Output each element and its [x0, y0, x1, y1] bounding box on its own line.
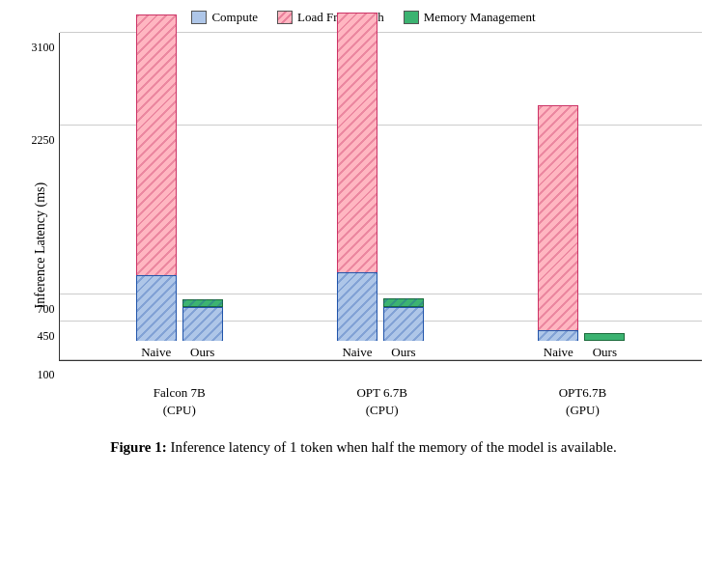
legend-label-memory: Memory Management	[424, 10, 536, 25]
bar-falcon-ours: Ours	[182, 299, 223, 360]
bar-compute-falcon-ours	[182, 307, 223, 341]
bar-label-opt-gpu-naive: Naive	[544, 345, 573, 360]
bar-stack-opt-gpu-naive	[538, 105, 578, 341]
figure-caption: Figure 1: Inference latency of 1 token w…	[110, 436, 617, 459]
x-axis-group-labels: Falcon 7B(CPU) OPT 6.7B(CPU) OPT6.7B(GPU…	[59, 384, 702, 419]
bar-group-falcon: Naive Ours	[136, 13, 223, 360]
group-label-opt-cpu: OPT 6.7B(CPU)	[356, 384, 407, 419]
plot-area: 100 450 700 2250 3100	[59, 33, 702, 361]
bar-groups: Naive Ours	[60, 33, 702, 360]
ytick-3100: 3100	[16, 41, 55, 55]
bar-group-opt-cpu: Naive Ours	[337, 13, 424, 360]
caption-label: Figure 1:	[110, 439, 166, 455]
bar-flash-falcon-naive	[136, 14, 177, 275]
bar-opt-gpu-naive: Naive	[538, 105, 578, 360]
ytick-450: 450	[16, 329, 55, 344]
bar-label-opt-cpu-ours: Ours	[391, 345, 415, 360]
bar-flash-opt-gpu-naive	[538, 105, 578, 330]
legend-color-flash	[277, 11, 293, 24]
bar-opt-cpu-ours: Ours	[383, 298, 424, 360]
bar-compute-opt-gpu-naive	[538, 330, 578, 341]
chart-area: Inference Latency (ms) 100 450 700 2250	[26, 33, 702, 419]
bar-label-opt-cpu-naive: Naive	[342, 345, 372, 360]
bar-compute-opt-cpu-naive	[337, 272, 377, 341]
group-label-falcon: Falcon 7B(CPU)	[154, 384, 206, 419]
bar-stack-opt-gpu-ours	[584, 333, 625, 342]
bar-opt-cpu-naive: Naive	[337, 13, 377, 360]
bar-label-opt-gpu-ours: Ours	[593, 345, 617, 360]
caption-text: Inference latency of 1 token when half t…	[167, 439, 617, 455]
bar-falcon-naive: Naive	[136, 13, 177, 360]
ytick-700: 700	[16, 302, 55, 317]
bar-compute-falcon-naive	[136, 275, 177, 341]
ytick-100: 100	[16, 368, 55, 382]
bar-stack-opt-cpu-ours	[383, 298, 424, 341]
bar-stack-falcon-naive	[136, 13, 177, 341]
chart-container: Compute Load From Flash Memory Managemen…	[26, 10, 702, 419]
bar-stack-falcon-ours	[182, 299, 223, 341]
bar-stack-opt-cpu-naive	[337, 13, 377, 341]
y-axis-label: Inference Latency (ms)	[26, 33, 55, 419]
ytick-2250: 2250	[16, 132, 55, 147]
bar-flash-opt-cpu-naive	[337, 13, 377, 272]
bar-group-opt-gpu: Naive Ours	[538, 105, 625, 360]
chart-inner: 100 450 700 2250 3100	[59, 33, 702, 419]
bar-opt-gpu-ours: Ours	[584, 333, 625, 361]
bar-compute-opt-cpu-ours	[383, 307, 424, 341]
bar-memory-opt-gpu-ours	[584, 333, 625, 342]
bar-label-falcon-naive: Naive	[141, 345, 171, 360]
group-label-opt-gpu: OPT6.7B(GPU)	[559, 384, 606, 419]
bar-label-falcon-ours: Ours	[190, 345, 214, 360]
